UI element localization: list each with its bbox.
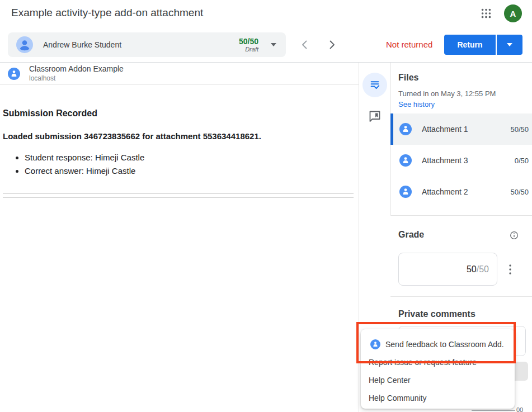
turned-in-status: Turned in on May 3, 12:55 PM	[398, 89, 496, 98]
menu-item-help-community[interactable]: Help Community	[361, 389, 515, 407]
files-section-title: Files	[398, 73, 418, 83]
addon-logo-icon	[399, 154, 412, 167]
attachment-label: Attachment 2	[422, 187, 468, 196]
addon-name: Classroom Addon Example	[29, 64, 124, 74]
menu-item-label: Help Community	[369, 394, 426, 402]
submission-loaded-line: Loaded submission 346723835662 for attac…	[3, 131, 359, 141]
see-history-link[interactable]: See history	[398, 100, 435, 108]
grading-tab-button[interactable]	[362, 73, 387, 97]
avatar-letter: A	[510, 9, 516, 18]
account-avatar[interactable]: A	[504, 4, 522, 22]
attachment-row[interactable]: Attachment 3 0/50	[390, 145, 532, 176]
addon-host: localhost	[29, 74, 124, 83]
menu-item-label: Help Center	[369, 376, 411, 385]
attachment-label: Attachment 1	[422, 125, 468, 134]
menu-item-report-issue[interactable]: Report issue or request feature	[361, 353, 515, 371]
return-dropdown-button[interactable]	[497, 35, 522, 55]
section-divider	[390, 296, 532, 297]
student-score: 50/50	[239, 37, 258, 46]
submission-detail-list: Student response: Himeji Castle Correct …	[3, 151, 359, 178]
grading-icon	[369, 79, 381, 91]
attachment-score: 0/50	[515, 157, 529, 165]
attachment-label: Attachment 3	[422, 156, 468, 165]
previous-student-button[interactable]	[298, 38, 312, 51]
grade-section-title: Grade	[398, 230, 424, 240]
attachment-row[interactable]: Attachment 2 50/50	[390, 176, 532, 207]
addon-logo-icon	[399, 186, 412, 198]
grade-input[interactable]: 50/50	[398, 253, 497, 286]
page-title: Example activity-type add-on attachment	[11, 7, 203, 19]
info-icon[interactable]	[509, 230, 519, 240]
student-score-block: 50/50 Draft	[239, 37, 258, 53]
strike-line	[472, 410, 515, 411]
return-button[interactable]: Return	[444, 35, 496, 55]
return-caret-icon	[507, 43, 512, 46]
help-popup-menu: Send feedback to Classroom Add. Report i…	[361, 329, 515, 409]
addon-logo-icon	[399, 123, 412, 135]
content-divider	[3, 193, 354, 193]
list-item: Correct answer: Himeji Castle	[25, 164, 359, 178]
grade-value: 50	[467, 264, 477, 274]
student-dropdown-caret-icon[interactable]	[271, 43, 276, 46]
next-student-button[interactable]	[325, 38, 338, 51]
list-item: Student response: Himeji Castle	[25, 151, 359, 164]
comment-bank-icon	[368, 110, 382, 123]
student-name: Andrew Burke Student	[43, 40, 121, 49]
content-divider	[3, 197, 354, 198]
student-avatar-icon	[16, 36, 33, 53]
app-window: Example activity-type add-on attachment …	[0, 0, 532, 412]
draft-label: Draft	[239, 46, 258, 53]
attachment-score: 50/50	[510, 125, 529, 134]
section-divider	[390, 215, 532, 216]
comment-bank-tab-button[interactable]	[368, 110, 382, 123]
menu-item-send-feedback[interactable]: Send feedback to Classroom Add.	[361, 335, 515, 353]
grade-more-options-icon[interactable]	[506, 263, 514, 276]
submission-heading: Submission Recorded	[3, 108, 359, 119]
menu-item-label: Report issue or request feature	[369, 358, 477, 367]
apps-grid-icon[interactable]	[480, 7, 492, 20]
private-comments-title: Private comments	[398, 309, 475, 319]
return-button-group: Return	[444, 35, 522, 55]
addon-logo-icon	[8, 68, 20, 80]
addon-logo-icon	[370, 339, 380, 349]
addon-header: Classroom Addon Example localhost	[0, 63, 359, 85]
addon-content-frame: Submission Recorded Loaded submission 34…	[0, 85, 359, 412]
attachment-row[interactable]: Attachment 1 50/50	[390, 113, 532, 145]
status-badge: Not returned	[386, 40, 432, 49]
student-selector[interactable]: Andrew Burke Student 50/50 Draft	[8, 32, 286, 57]
menu-item-label: Send feedback to Classroom Add.	[385, 340, 504, 349]
attachment-list: Attachment 1 50/50 Attachment 3 0/50 Att…	[390, 113, 532, 207]
grade-denominator: /50	[477, 264, 489, 274]
menu-item-help-center[interactable]: Help Center	[361, 371, 515, 389]
attachment-score: 50/50	[510, 188, 529, 196]
